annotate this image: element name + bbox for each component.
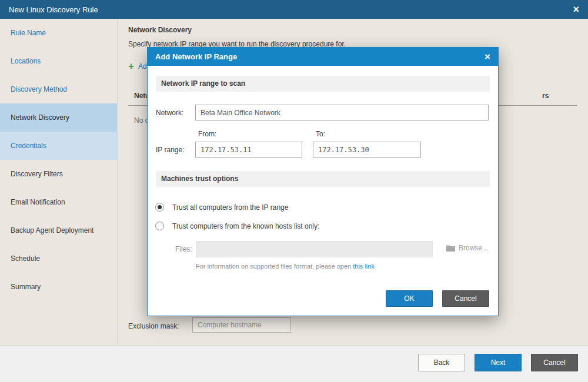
dialog-cancel-button[interactable]: Cancel [442,290,489,307]
files-format-hint: For information on supported files forma… [196,263,375,270]
hint-text: For information on supported files forma… [196,263,353,270]
sidebar-item-discovery-filters[interactable]: Discovery Filters [0,160,117,188]
network-label: Network: [156,109,183,117]
ip-range-to-input[interactable] [313,142,421,158]
exclusion-mask-label: Exclusion mask: [128,322,179,330]
ip-range-label: IP range: [156,146,184,154]
trust-known-hosts-label: Trust computers from the known hosts lis… [172,222,319,230]
radio-selected-icon [155,203,164,212]
sidebar-item-rule-name[interactable]: Rule Name [0,19,117,47]
page-title: Network Discovery [128,26,192,34]
network-input[interactable] [195,105,489,120]
files-label: Files: [175,245,192,253]
wizard-footer: Back Next Cancel [0,345,588,382]
radio-unselected-icon [155,222,164,230]
table-header-fragment: rs [542,92,549,100]
browse-label: Browse... [459,244,488,252]
sidebar-item-credentials[interactable]: Credentials [0,132,117,160]
add-plus-icon: + [128,62,134,71]
section-network-ip-range: Network IP range to scan [156,76,490,92]
sidebar-item-locations[interactable]: Locations [0,47,117,75]
window-titlebar: New Linux Discovery Rule × [0,0,588,19]
hint-link[interactable]: this link [353,263,375,270]
sidebar-item-discovery-method[interactable]: Discovery Method [0,75,117,103]
trust-all-radio[interactable]: Trust all computers from the IP range [155,203,288,212]
cancel-button[interactable]: Cancel [531,354,578,371]
exclusion-mask-input[interactable] [192,317,291,333]
trust-known-hosts-radio[interactable]: Trust computers from the known hosts lis… [155,222,319,230]
ok-button[interactable]: OK [386,290,433,307]
from-label: From: [198,130,216,138]
sidebar-item-schedule[interactable]: Schedule [0,244,117,273]
add-network-ip-range-dialog: Add Network IP Range × Network IP range … [147,47,499,316]
dialog-close-icon[interactable]: × [485,52,490,62]
window-title: New Linux Discovery Rule [9,5,98,14]
dialog-titlebar: Add Network IP Range × [148,48,498,66]
sidebar-item-backup-agent-deployment[interactable]: Backup Agent Deployment [0,216,117,244]
next-button[interactable]: Next [475,354,522,371]
ip-range-from-input[interactable] [195,142,302,158]
dialog-title: Add Network IP Range [155,52,237,61]
folder-icon [446,244,455,252]
sidebar-item-email-notification[interactable]: Email Notification [0,188,117,216]
sidebar-item-summary[interactable]: Summary [0,273,117,301]
files-input [196,241,433,257]
wizard-steps-sidebar: Rule Name Locations Discovery Method Net… [0,19,118,345]
section-machines-trust: Machines trust options [156,171,490,187]
back-button[interactable]: Back [418,354,465,371]
sidebar-item-network-discovery[interactable]: Network Discovery [0,103,117,132]
to-label: To: [316,130,325,138]
browse-button: Browse... [446,244,488,252]
trust-all-label: Trust all computers from the IP range [172,203,288,212]
window-close-icon[interactable]: × [573,4,579,15]
